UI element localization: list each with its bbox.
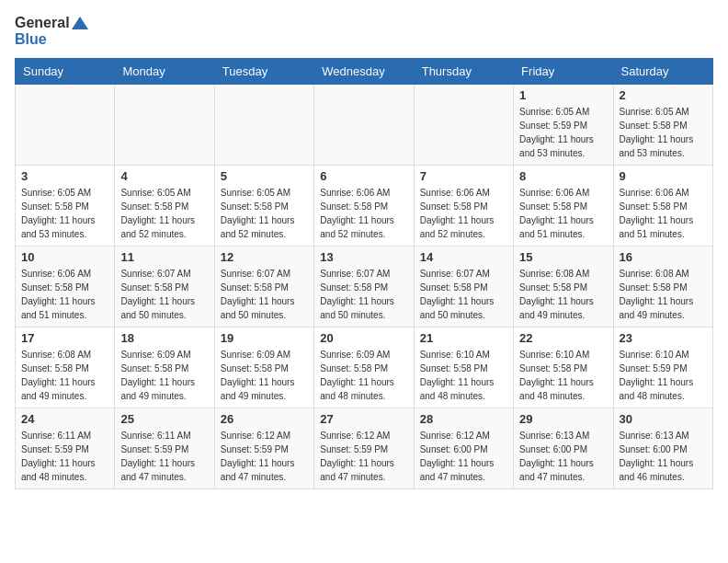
day-info: Sunrise: 6:09 AM Sunset: 5:58 PM Dayligh… [120,348,208,403]
day-info: Sunrise: 6:12 AM Sunset: 5:59 PM Dayligh… [320,429,407,484]
day-number: 13 [320,250,407,264]
day-number: 27 [320,412,407,426]
day-of-week-header: Sunday [16,59,115,85]
logo-general-text: General [15,15,70,31]
calendar-day-cell: 9Sunrise: 6:06 AM Sunset: 5:58 PM Daylig… [613,166,712,247]
calendar-day-cell: 23Sunrise: 6:10 AM Sunset: 5:59 PM Dayli… [613,327,712,408]
calendar-day-cell: 16Sunrise: 6:08 AM Sunset: 5:58 PM Dayli… [613,247,712,327]
day-info: Sunrise: 6:07 AM Sunset: 5:58 PM Dayligh… [120,267,208,322]
day-info: Sunrise: 6:06 AM Sunset: 5:58 PM Dayligh… [519,186,607,241]
day-info: Sunrise: 6:08 AM Sunset: 5:58 PM Dayligh… [21,348,108,403]
day-info: Sunrise: 6:11 AM Sunset: 5:59 PM Dayligh… [120,429,208,484]
calendar-day-cell: 5Sunrise: 6:05 AM Sunset: 5:58 PM Daylig… [214,166,313,247]
calendar-header-row: SundayMondayTuesdayWednesdayThursdayFrid… [16,59,713,85]
calendar-day-cell: 12Sunrise: 6:07 AM Sunset: 5:58 PM Dayli… [214,247,313,327]
day-number: 14 [420,250,507,264]
day-info: Sunrise: 6:05 AM Sunset: 5:58 PM Dayligh… [221,186,308,241]
day-info: Sunrise: 6:09 AM Sunset: 5:58 PM Dayligh… [221,348,308,403]
day-number: 28 [420,412,507,426]
day-info: Sunrise: 6:06 AM Sunset: 5:58 PM Dayligh… [320,186,407,241]
day-number: 19 [221,331,308,345]
calendar-table: SundayMondayTuesdayWednesdayThursdayFrid… [15,58,713,489]
calendar-day-cell: 2Sunrise: 6:05 AM Sunset: 5:58 PM Daylig… [613,85,712,166]
day-number: 9 [620,169,707,183]
day-number: 10 [21,250,108,264]
day-number: 20 [320,331,407,345]
day-info: Sunrise: 6:12 AM Sunset: 5:59 PM Dayligh… [221,429,308,484]
day-of-week-header: Saturday [613,59,712,85]
day-number: 16 [620,250,707,264]
calendar-day-cell: 29Sunrise: 6:13 AM Sunset: 6:00 PM Dayli… [514,408,613,489]
day-info: Sunrise: 6:10 AM Sunset: 5:59 PM Dayligh… [620,348,707,403]
day-info: Sunrise: 6:09 AM Sunset: 5:58 PM Dayligh… [320,348,407,403]
calendar-day-cell: 22Sunrise: 6:10 AM Sunset: 5:58 PM Dayli… [514,327,613,408]
day-of-week-header: Tuesday [214,59,313,85]
day-number: 8 [519,169,607,183]
calendar-day-cell [115,85,214,166]
day-info: Sunrise: 6:07 AM Sunset: 5:58 PM Dayligh… [320,267,407,322]
logo: GeneralBlue [15,15,88,47]
calendar-week-row: 3Sunrise: 6:05 AM Sunset: 5:58 PM Daylig… [16,166,713,247]
day-number: 25 [120,412,208,426]
day-number: 22 [519,331,607,345]
day-info: Sunrise: 6:08 AM Sunset: 5:58 PM Dayligh… [620,267,707,322]
day-info: Sunrise: 6:06 AM Sunset: 5:58 PM Dayligh… [620,186,707,241]
day-info: Sunrise: 6:05 AM Sunset: 5:59 PM Dayligh… [519,105,607,160]
day-info: Sunrise: 6:13 AM Sunset: 6:00 PM Dayligh… [519,429,607,484]
day-number: 12 [221,250,308,264]
calendar-day-cell: 26Sunrise: 6:12 AM Sunset: 5:59 PM Dayli… [214,408,313,489]
calendar-week-row: 10Sunrise: 6:06 AM Sunset: 5:58 PM Dayli… [16,247,713,327]
calendar-day-cell: 7Sunrise: 6:06 AM Sunset: 5:58 PM Daylig… [414,166,513,247]
calendar-day-cell: 1Sunrise: 6:05 AM Sunset: 5:59 PM Daylig… [514,85,613,166]
day-info: Sunrise: 6:06 AM Sunset: 5:58 PM Dayligh… [21,267,108,322]
day-number: 15 [519,250,607,264]
calendar-day-cell: 25Sunrise: 6:11 AM Sunset: 5:59 PM Dayli… [115,408,214,489]
day-of-week-header: Thursday [414,59,513,85]
calendar-day-cell: 28Sunrise: 6:12 AM Sunset: 6:00 PM Dayli… [414,408,513,489]
day-number: 5 [221,169,308,183]
calendar-week-row: 24Sunrise: 6:11 AM Sunset: 5:59 PM Dayli… [16,408,713,489]
page-header: GeneralBlue [15,15,713,47]
calendar-day-cell: 19Sunrise: 6:09 AM Sunset: 5:58 PM Dayli… [214,327,313,408]
logo-blue-text: Blue [15,31,47,47]
calendar-day-cell: 3Sunrise: 6:05 AM Sunset: 5:58 PM Daylig… [16,166,115,247]
day-info: Sunrise: 6:05 AM Sunset: 5:58 PM Dayligh… [120,186,208,241]
day-number: 23 [620,331,707,345]
calendar-day-cell: 13Sunrise: 6:07 AM Sunset: 5:58 PM Dayli… [314,247,414,327]
calendar-day-cell: 10Sunrise: 6:06 AM Sunset: 5:58 PM Dayli… [16,247,115,327]
calendar-day-cell: 21Sunrise: 6:10 AM Sunset: 5:58 PM Dayli… [414,327,513,408]
day-number: 26 [221,412,308,426]
calendar-day-cell: 24Sunrise: 6:11 AM Sunset: 5:59 PM Dayli… [16,408,115,489]
calendar-day-cell: 18Sunrise: 6:09 AM Sunset: 5:58 PM Dayli… [115,327,214,408]
day-info: Sunrise: 6:13 AM Sunset: 6:00 PM Dayligh… [620,429,707,484]
day-info: Sunrise: 6:05 AM Sunset: 5:58 PM Dayligh… [620,105,707,160]
calendar-day-cell [214,85,313,166]
calendar-day-cell: 27Sunrise: 6:12 AM Sunset: 5:59 PM Dayli… [314,408,414,489]
calendar-week-row: 1Sunrise: 6:05 AM Sunset: 5:59 PM Daylig… [16,85,713,166]
day-number: 4 [120,169,208,183]
day-number: 18 [120,331,208,345]
day-of-week-header: Wednesday [314,59,414,85]
day-info: Sunrise: 6:08 AM Sunset: 5:58 PM Dayligh… [519,267,607,322]
day-number: 11 [120,250,208,264]
day-info: Sunrise: 6:10 AM Sunset: 5:58 PM Dayligh… [420,348,507,403]
day-info: Sunrise: 6:06 AM Sunset: 5:58 PM Dayligh… [420,186,507,241]
calendar-day-cell [414,85,513,166]
calendar-day-cell: 11Sunrise: 6:07 AM Sunset: 5:58 PM Dayli… [115,247,214,327]
day-info: Sunrise: 6:07 AM Sunset: 5:58 PM Dayligh… [221,267,308,322]
svg-marker-0 [72,17,88,29]
day-info: Sunrise: 6:12 AM Sunset: 6:00 PM Dayligh… [420,429,507,484]
calendar-week-row: 17Sunrise: 6:08 AM Sunset: 5:58 PM Dayli… [16,327,713,408]
day-number: 6 [320,169,407,183]
day-info: Sunrise: 6:11 AM Sunset: 5:59 PM Dayligh… [21,429,108,484]
day-of-week-header: Friday [514,59,613,85]
calendar-day-cell [314,85,414,166]
calendar-day-cell: 14Sunrise: 6:07 AM Sunset: 5:58 PM Dayli… [414,247,513,327]
calendar-day-cell: 4Sunrise: 6:05 AM Sunset: 5:58 PM Daylig… [115,166,214,247]
day-number: 17 [21,331,108,345]
day-number: 3 [21,169,108,183]
calendar-day-cell [16,85,115,166]
day-of-week-header: Monday [115,59,214,85]
calendar-day-cell: 17Sunrise: 6:08 AM Sunset: 5:58 PM Dayli… [16,327,115,408]
calendar-day-cell: 30Sunrise: 6:13 AM Sunset: 6:00 PM Dayli… [613,408,712,489]
